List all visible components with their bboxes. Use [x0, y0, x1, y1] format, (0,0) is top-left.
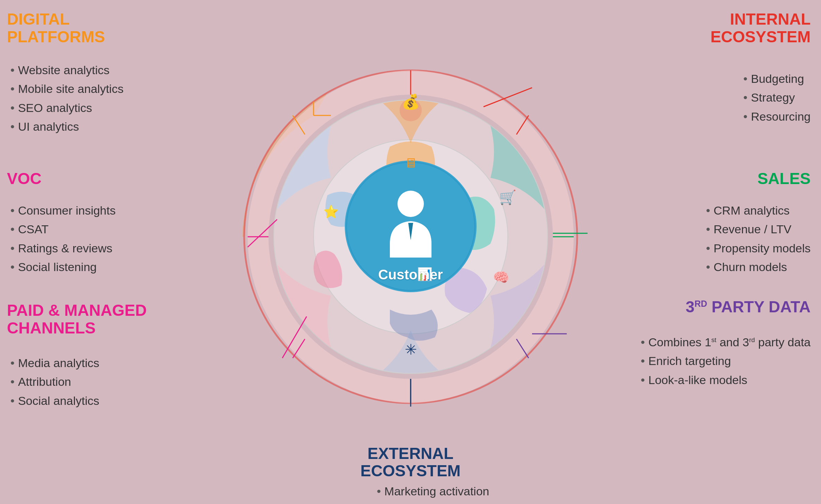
list-item: SEO analytics: [10, 98, 123, 117]
list-item: Resourcing: [743, 107, 811, 126]
svg-point-17: [397, 191, 424, 217]
list-item: Social listening: [10, 258, 116, 276]
list-item: Consumer insights: [10, 201, 116, 220]
list-item: Propensity models: [706, 239, 811, 258]
third-party-list: Combines 1st and 3rd party data Enrich t…: [641, 333, 811, 389]
svg-text:🛒: 🛒: [499, 189, 516, 206]
main-diagram: 💰 🖥 🛒 🧠 ✳ 📊 ⭐: [220, 46, 601, 427]
list-item: Budgeting: [743, 69, 811, 88]
voc-list: Consumer insights CSAT Ratings & reviews…: [10, 201, 116, 277]
list-item: Media analytics: [10, 354, 99, 372]
sales-list: CRM analytics Revenue / LTV Propensity m…: [706, 201, 811, 277]
list-item: CSAT: [10, 220, 116, 238]
list-item: CRM analytics: [706, 201, 811, 220]
third-party-title: 3rd PARTY DATA: [686, 298, 811, 316]
list-item: Churn models: [706, 258, 811, 276]
svg-text:💰: 💰: [402, 93, 420, 111]
list-item: Look-a-like models: [641, 371, 811, 389]
list-item: Marketing activation: [377, 482, 489, 501]
internal-ecosystem-list: Budgeting Strategy Resourcing: [743, 69, 811, 126]
customer-label: Customer: [378, 267, 443, 283]
list-item: Combines 1st and 3rd party data: [641, 333, 811, 351]
list-item: Enrich targeting: [641, 351, 811, 370]
svg-text:⭐: ⭐: [323, 204, 339, 219]
internal-ecosystem-title: INTERNAL ECOSYSTEM: [710, 10, 811, 45]
external-ecosystem-title: EXTERNAL ECOSYSTEM: [360, 445, 461, 480]
svg-text:✳: ✳: [404, 341, 417, 358]
list-item: UI analytics: [10, 117, 123, 136]
paid-managed-title: PAID & MANAGED CHANNELS: [7, 302, 147, 337]
paid-managed-list: Media analytics Attribution Social analy…: [10, 354, 99, 410]
list-item: Ratings & reviews: [10, 239, 116, 258]
svg-text:🧠: 🧠: [493, 269, 509, 285]
sales-title: SALES: [758, 170, 811, 188]
list-item: Website analytics: [10, 61, 123, 79]
svg-text:🖥: 🖥: [404, 156, 417, 170]
list-item: Revenue / LTV: [706, 220, 811, 238]
list-item: Mobile site analytics: [10, 79, 123, 98]
external-ecosystem-list: Marketing activation: [377, 482, 489, 501]
digital-platforms-list: Website analytics Mobile site analytics …: [10, 61, 123, 136]
list-item: Attribution: [10, 372, 99, 391]
list-item: Social analytics: [10, 391, 99, 410]
digital-platforms-title: DIGITAL PLATFORMS: [7, 10, 105, 45]
list-item: Strategy: [743, 88, 811, 107]
voc-title: VOC: [7, 170, 42, 188]
